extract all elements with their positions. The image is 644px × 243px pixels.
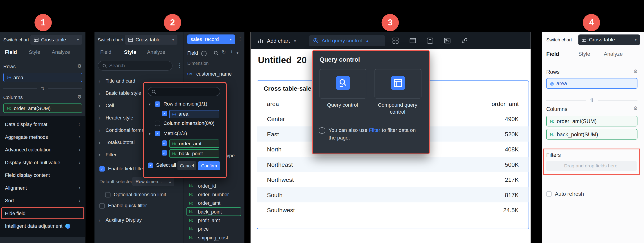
confirm-button[interactable]: Confirm xyxy=(198,161,220,170)
checkbox-unchecked-icon[interactable] xyxy=(546,191,552,197)
tab-style[interactable]: Style xyxy=(29,49,40,55)
column-field-chip-order-amt[interactable]: № order_amt(SUM) xyxy=(4,103,82,113)
field-item-order-id[interactable]: №order_id xyxy=(184,181,244,190)
chevron-down-icon[interactable]: ▾ xyxy=(237,51,238,55)
tab-field[interactable]: Field xyxy=(100,49,111,55)
menu-item-intelligent-data-adjustment[interactable]: Intelligent data adjustment xyxy=(0,220,85,233)
columns-label: Columns xyxy=(4,94,23,100)
columns-label: Columns xyxy=(546,106,568,112)
checkbox-unchecked-icon[interactable] xyxy=(99,203,105,208)
chart-type-dropdown[interactable]: Cross table ▾ xyxy=(125,35,177,45)
swap-axes-icon[interactable]: ⇅ xyxy=(38,85,48,91)
menu-item-sort[interactable]: Sort› xyxy=(0,194,85,207)
field-item-back-point[interactable]: №back_point xyxy=(184,207,244,216)
auto-refresh-row[interactable]: Auto refresh xyxy=(546,190,584,198)
gear-icon[interactable]: ⚙ xyxy=(634,69,638,74)
chevron-right-icon: › xyxy=(99,78,102,84)
add-chart-button[interactable]: Add chart xyxy=(267,38,290,44)
field-item-order-number[interactable]: №order_number xyxy=(184,190,244,199)
menu-item-data-display-format[interactable]: Data display format› xyxy=(0,118,85,131)
section-auxiliary-display[interactable]: › Auxiliary Display xyxy=(99,216,142,224)
refresh-icon[interactable]: ↻ xyxy=(222,49,226,55)
search-icon[interactable] xyxy=(214,50,218,55)
filters-dropzone[interactable]: Drag and drop fields here. xyxy=(546,161,636,171)
tab-field[interactable]: Field xyxy=(5,49,17,55)
link-icon[interactable] xyxy=(461,37,468,44)
checkbox-unchecked-icon[interactable] xyxy=(105,192,110,197)
tree-row-dimension[interactable]: Row dimension(1/1) xyxy=(164,101,208,107)
cancel-button[interactable]: Cancel xyxy=(178,161,196,170)
tab-style[interactable]: Style xyxy=(578,51,590,57)
style-search-input[interactable]: Search xyxy=(98,61,172,71)
gear-icon[interactable]: ⚙ xyxy=(77,63,82,69)
row-field-chip-area[interactable]: ◎ area xyxy=(4,73,82,82)
table-row[interactable]: Northeast500K xyxy=(257,157,529,172)
popup-field-area[interactable]: ◎ area xyxy=(169,110,219,118)
checkbox-checked-icon[interactable] xyxy=(99,166,105,172)
enable-quick-filter-row[interactable]: Enable quick filter xyxy=(99,202,147,210)
chevron-down-icon: ▾ xyxy=(99,153,102,157)
gear-icon[interactable]: ⚙ xyxy=(77,94,82,100)
gear-icon[interactable]: ⚙ xyxy=(634,106,638,111)
tab-analyze[interactable]: Analyze xyxy=(147,49,165,55)
field-item-partial[interactable]: ype xyxy=(227,153,235,159)
tab-field[interactable]: Field xyxy=(546,51,559,57)
column-field-chip-back-point[interactable]: № back_point(SUM) xyxy=(546,129,638,140)
checkbox-checked-icon[interactable] xyxy=(162,140,167,146)
menu-item-alignment[interactable]: Alignment› xyxy=(0,181,85,194)
checkbox-checked-icon[interactable] xyxy=(162,111,167,116)
tab-card-icon[interactable] xyxy=(409,37,416,44)
components-icon[interactable] xyxy=(392,37,399,44)
query-control-option-tile[interactable] xyxy=(320,69,366,98)
optional-dimension-limit-row[interactable]: Optional dimension limit xyxy=(105,190,166,199)
field-item-profit-amt[interactable]: №profit_amt xyxy=(184,216,244,225)
field-item-order-amt[interactable]: №order_amt xyxy=(184,199,244,207)
tab-analyze[interactable]: Analyze xyxy=(52,49,70,55)
dataset-selector[interactable]: sales_record ▾ xyxy=(187,34,235,44)
table-row[interactable]: Northwest217K xyxy=(257,172,529,187)
checkbox-checked-icon[interactable] xyxy=(162,150,167,156)
text-icon[interactable] xyxy=(426,37,434,44)
field-item-shipping-cost[interactable]: №shipping_cost xyxy=(184,233,244,242)
popup-field-back-point[interactable]: № back_point xyxy=(169,149,219,158)
field-item-customer-name[interactable]: Str customer_name xyxy=(187,70,232,78)
menu-item-hide-field[interactable]: Hide field xyxy=(0,207,85,220)
menu-item-field-display-content[interactable]: Field display content xyxy=(0,169,85,182)
table-row[interactable]: South817K xyxy=(257,187,529,202)
menu-item-advanced-calculation[interactable]: Advanced calculation› xyxy=(0,143,85,156)
more-options-icon[interactable]: ⋮ xyxy=(177,62,182,68)
popup-search-input[interactable] xyxy=(148,87,220,96)
tree-metric[interactable]: Metric(2/2) xyxy=(164,131,187,136)
field-item-price[interactable]: №price xyxy=(184,225,244,233)
checkbox-unchecked-icon[interactable] xyxy=(155,121,160,126)
filter-link[interactable]: Filter xyxy=(369,127,380,133)
caret-down-icon[interactable]: ▾ xyxy=(148,102,150,106)
image-icon[interactable] xyxy=(444,37,451,44)
checkbox-checked-icon[interactable] xyxy=(155,131,160,136)
chart-type-dropdown[interactable]: Cross table ▾ xyxy=(578,34,640,45)
field-label: Field xyxy=(187,50,198,56)
menu-item-null-value-style[interactable]: Display style of null value› xyxy=(0,156,85,169)
query-control-option-label[interactable]: Query control xyxy=(320,102,366,109)
compound-query-control-option-tile[interactable] xyxy=(374,69,421,98)
popup-field-order-amt[interactable]: № order_amt xyxy=(169,140,219,148)
default-selected-dropdown[interactable]: Row dimen... ▴ xyxy=(132,177,174,186)
tab-style[interactable]: Style xyxy=(124,49,136,55)
checkbox-checked-icon[interactable] xyxy=(155,101,160,107)
info-icon: i xyxy=(318,127,325,134)
row-field-chip-area[interactable]: ◎ area xyxy=(546,78,638,89)
select-all-checkbox[interactable] xyxy=(148,162,153,168)
dashboard-title[interactable]: Untitled_20 xyxy=(258,55,306,65)
add-query-control-button[interactable]: Add query control ▴ xyxy=(309,35,385,46)
menu-item-aggregate-methods[interactable]: Aggregate methods› xyxy=(0,131,85,143)
add-field-icon[interactable]: + xyxy=(230,48,233,55)
column-field-chip-order-amt[interactable]: № order_amt(SUM) xyxy=(546,116,638,126)
dataset-more-icon[interactable]: ⋮ xyxy=(237,36,243,42)
chart-type-dropdown[interactable]: Cross table ▾ xyxy=(30,35,82,45)
caret-down-icon[interactable]: ▾ xyxy=(148,132,150,136)
table-row[interactable]: Southwest24.5K xyxy=(257,202,529,217)
swap-axes-icon[interactable]: ⇅ xyxy=(586,97,598,103)
tree-column-dimension[interactable]: Column dimension(0/0) xyxy=(164,120,214,126)
tab-analyze[interactable]: Analyze xyxy=(604,51,622,57)
compound-query-control-option-label[interactable]: Compound query control xyxy=(374,102,420,116)
